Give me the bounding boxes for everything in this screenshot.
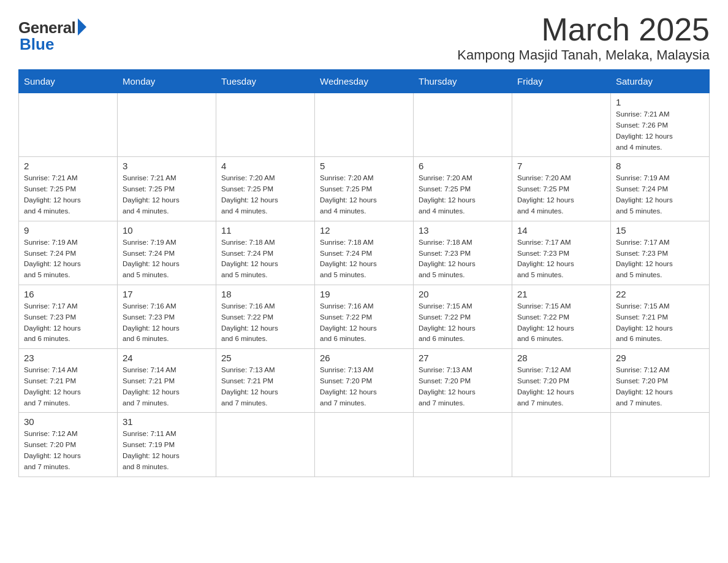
day-info: Sunrise: 7:18 AM Sunset: 7:24 PM Dayligh…: [320, 237, 408, 281]
day-info: Sunrise: 7:18 AM Sunset: 7:23 PM Dayligh…: [419, 237, 507, 281]
calendar-cell: 23Sunrise: 7:14 AM Sunset: 7:21 PM Dayli…: [19, 349, 118, 413]
day-number: 7: [517, 161, 605, 171]
calendar-cell: [315, 413, 414, 477]
calendar-cell: 7Sunrise: 7:20 AM Sunset: 7:25 PM Daylig…: [512, 157, 611, 221]
day-info: Sunrise: 7:21 AM Sunset: 7:26 PM Dayligh…: [616, 109, 704, 153]
title-block: March 2025 Kampong Masjid Tanah, Melaka,…: [457, 12, 710, 63]
calendar-cell: [19, 93, 118, 157]
logo-blue-text: Blue: [20, 35, 54, 54]
day-info: Sunrise: 7:20 AM Sunset: 7:25 PM Dayligh…: [320, 173, 408, 216]
day-number: 2: [24, 161, 112, 171]
calendar-cell: 4Sunrise: 7:20 AM Sunset: 7:25 PM Daylig…: [216, 157, 315, 221]
calendar-cell: [512, 413, 611, 477]
day-number: 24: [123, 353, 211, 363]
day-info: Sunrise: 7:15 AM Sunset: 7:22 PM Dayligh…: [419, 301, 507, 345]
day-info: Sunrise: 7:20 AM Sunset: 7:25 PM Dayligh…: [517, 173, 605, 216]
calendar-cell: 19Sunrise: 7:16 AM Sunset: 7:22 PM Dayli…: [315, 285, 414, 348]
day-number: 27: [419, 353, 507, 363]
day-info: Sunrise: 7:13 AM Sunset: 7:20 PM Dayligh…: [320, 365, 408, 408]
calendar-week-row: 2Sunrise: 7:21 AM Sunset: 7:25 PM Daylig…: [19, 157, 710, 221]
day-info: Sunrise: 7:12 AM Sunset: 7:20 PM Dayligh…: [517, 365, 605, 408]
day-number: 9: [24, 225, 112, 236]
day-info: Sunrise: 7:12 AM Sunset: 7:20 PM Dayligh…: [24, 429, 112, 472]
day-number: 3: [123, 161, 211, 171]
calendar-cell: [512, 93, 611, 157]
calendar-cell: 20Sunrise: 7:15 AM Sunset: 7:22 PM Dayli…: [414, 285, 512, 348]
calendar-cell: 30Sunrise: 7:12 AM Sunset: 7:20 PM Dayli…: [19, 413, 118, 477]
calendar-cell: 10Sunrise: 7:19 AM Sunset: 7:24 PM Dayli…: [118, 221, 216, 285]
calendar-cell: 16Sunrise: 7:17 AM Sunset: 7:23 PM Dayli…: [19, 285, 118, 348]
day-number: 28: [517, 353, 605, 363]
day-info: Sunrise: 7:17 AM Sunset: 7:23 PM Dayligh…: [517, 237, 605, 281]
day-info: Sunrise: 7:11 AM Sunset: 7:19 PM Dayligh…: [123, 429, 211, 472]
calendar-cell: [118, 93, 216, 157]
day-number: 19: [320, 289, 408, 299]
calendar-cell: 13Sunrise: 7:18 AM Sunset: 7:23 PM Dayli…: [414, 221, 512, 285]
weekday-header: Saturday: [611, 70, 710, 93]
calendar-cell: 28Sunrise: 7:12 AM Sunset: 7:20 PM Dayli…: [512, 349, 611, 413]
day-info: Sunrise: 7:16 AM Sunset: 7:23 PM Dayligh…: [123, 301, 211, 345]
calendar-table: SundayMondayTuesdayWednesdayThursdayFrid…: [18, 69, 710, 477]
calendar-cell: 14Sunrise: 7:17 AM Sunset: 7:23 PM Dayli…: [512, 221, 611, 285]
day-info: Sunrise: 7:19 AM Sunset: 7:24 PM Dayligh…: [123, 237, 211, 281]
day-number: 10: [123, 225, 211, 236]
day-info: Sunrise: 7:12 AM Sunset: 7:20 PM Dayligh…: [616, 365, 704, 408]
calendar-cell: [611, 413, 710, 477]
day-number: 20: [419, 289, 507, 299]
day-info: Sunrise: 7:16 AM Sunset: 7:22 PM Dayligh…: [320, 301, 408, 345]
calendar-cell: 31Sunrise: 7:11 AM Sunset: 7:19 PM Dayli…: [118, 413, 216, 477]
day-info: Sunrise: 7:18 AM Sunset: 7:24 PM Dayligh…: [221, 237, 309, 281]
calendar-cell: 29Sunrise: 7:12 AM Sunset: 7:20 PM Dayli…: [611, 349, 710, 413]
day-number: 21: [517, 289, 605, 299]
day-number: 16: [24, 289, 112, 299]
calendar-cell: [315, 93, 414, 157]
day-info: Sunrise: 7:19 AM Sunset: 7:24 PM Dayligh…: [616, 173, 704, 216]
calendar-cell: 24Sunrise: 7:14 AM Sunset: 7:21 PM Dayli…: [118, 349, 216, 413]
calendar-cell: 5Sunrise: 7:20 AM Sunset: 7:25 PM Daylig…: [315, 157, 414, 221]
calendar-cell: 6Sunrise: 7:20 AM Sunset: 7:25 PM Daylig…: [414, 157, 512, 221]
day-number: 17: [123, 289, 211, 299]
day-number: 4: [221, 161, 309, 171]
day-number: 8: [616, 161, 704, 171]
calendar-cell: [216, 93, 315, 157]
day-number: 15: [616, 225, 704, 236]
weekday-header: Sunday: [19, 70, 118, 93]
day-info: Sunrise: 7:16 AM Sunset: 7:22 PM Dayligh…: [221, 301, 309, 345]
weekday-header: Wednesday: [315, 70, 414, 93]
day-info: Sunrise: 7:20 AM Sunset: 7:25 PM Dayligh…: [221, 173, 309, 216]
calendar-cell: 8Sunrise: 7:19 AM Sunset: 7:24 PM Daylig…: [611, 157, 710, 221]
calendar-cell: [216, 413, 315, 477]
day-number: 13: [419, 225, 507, 236]
day-number: 12: [320, 225, 408, 236]
weekday-header: Friday: [512, 70, 611, 93]
month-title: March 2025: [457, 12, 710, 47]
calendar-cell: 18Sunrise: 7:16 AM Sunset: 7:22 PM Dayli…: [216, 285, 315, 348]
day-number: 30: [24, 416, 112, 427]
weekday-header: Thursday: [414, 70, 512, 93]
page-header: General Blue March 2025 Kampong Masjid T…: [18, 12, 710, 63]
calendar-cell: 12Sunrise: 7:18 AM Sunset: 7:24 PM Dayli…: [315, 221, 414, 285]
calendar-cell: 3Sunrise: 7:21 AM Sunset: 7:25 PM Daylig…: [118, 157, 216, 221]
day-number: 31: [123, 416, 211, 427]
calendar-cell: 27Sunrise: 7:13 AM Sunset: 7:20 PM Dayli…: [414, 349, 512, 413]
day-info: Sunrise: 7:20 AM Sunset: 7:25 PM Dayligh…: [419, 173, 507, 216]
day-info: Sunrise: 7:13 AM Sunset: 7:21 PM Dayligh…: [221, 365, 309, 408]
day-number: 18: [221, 289, 309, 299]
day-info: Sunrise: 7:13 AM Sunset: 7:20 PM Dayligh…: [419, 365, 507, 408]
day-number: 22: [616, 289, 704, 299]
day-info: Sunrise: 7:19 AM Sunset: 7:24 PM Dayligh…: [24, 237, 112, 281]
logo-triangle-icon: [78, 18, 86, 36]
calendar-week-row: 9Sunrise: 7:19 AM Sunset: 7:24 PM Daylig…: [19, 221, 710, 285]
calendar-cell: 22Sunrise: 7:15 AM Sunset: 7:21 PM Dayli…: [611, 285, 710, 348]
day-number: 1: [616, 97, 704, 107]
calendar-cell: 17Sunrise: 7:16 AM Sunset: 7:23 PM Dayli…: [118, 285, 216, 348]
calendar-week-row: 30Sunrise: 7:12 AM Sunset: 7:20 PM Dayli…: [19, 413, 710, 477]
calendar-cell: 21Sunrise: 7:15 AM Sunset: 7:22 PM Dayli…: [512, 285, 611, 348]
calendar-cell: 2Sunrise: 7:21 AM Sunset: 7:25 PM Daylig…: [19, 157, 118, 221]
day-number: 23: [24, 353, 112, 363]
calendar-cell: [414, 413, 512, 477]
calendar-cell: 26Sunrise: 7:13 AM Sunset: 7:20 PM Dayli…: [315, 349, 414, 413]
calendar-cell: 9Sunrise: 7:19 AM Sunset: 7:24 PM Daylig…: [19, 221, 118, 285]
day-info: Sunrise: 7:17 AM Sunset: 7:23 PM Dayligh…: [24, 301, 112, 345]
calendar-cell: 25Sunrise: 7:13 AM Sunset: 7:21 PM Dayli…: [216, 349, 315, 413]
